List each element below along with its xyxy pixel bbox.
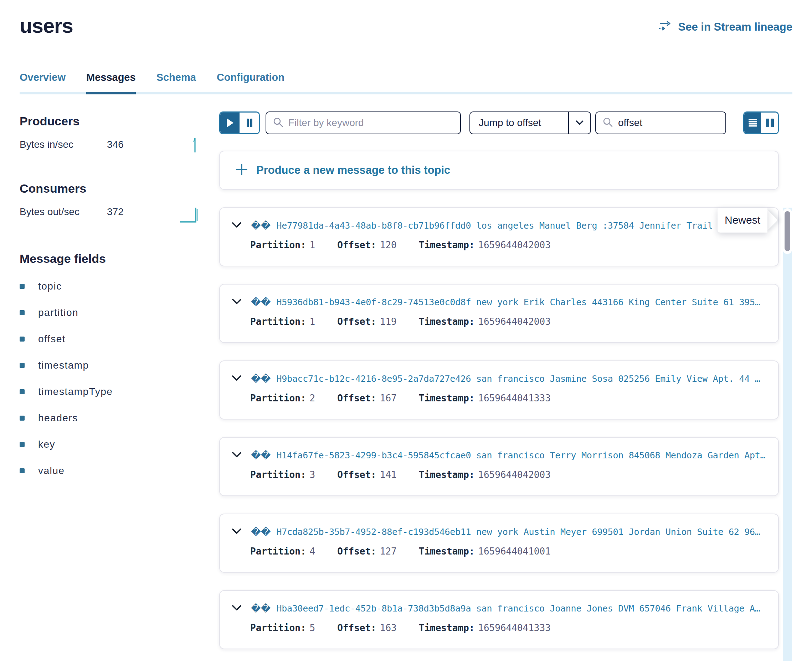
keyword-filter-input[interactable] — [288, 117, 454, 129]
partition-label: Partition: — [250, 623, 306, 633]
jump-to-offset-value: Jump to offset — [470, 117, 568, 129]
pause-button[interactable] — [240, 113, 259, 133]
tab-configuration[interactable]: Configuration — [217, 72, 285, 94]
unknown-char-icon: �� — [251, 297, 271, 308]
offset-label: Offset: — [337, 239, 376, 251]
expand-chevron-icon[interactable] — [232, 375, 242, 383]
timestamp-label: Timestamp: — [419, 546, 475, 557]
partition-label: Partition: — [250, 546, 306, 557]
message-row[interactable]: �� He77981da-4a43-48ab-b8f8-cb71b96ffdd0… — [219, 207, 779, 267]
timestamp-label: Timestamp: — [419, 393, 475, 404]
unknown-char-icon: �� — [251, 220, 271, 231]
message-key: H7cda825b-35b7-4952-88ef-c193d546eb11 ne… — [276, 527, 760, 537]
column-view-button[interactable] — [761, 113, 778, 133]
field-label: value — [38, 465, 64, 476]
bytes-out-value: 372 — [107, 206, 124, 223]
bullet-icon — [19, 468, 25, 473]
offset-value: 119 — [380, 316, 397, 327]
bullet-icon — [19, 284, 25, 289]
field-item-topic[interactable]: topic — [19, 281, 219, 292]
messages-toolbar: Jump to offset — [219, 112, 779, 134]
field-item-offset[interactable]: offset — [19, 333, 219, 345]
field-item-key[interactable]: key — [19, 439, 219, 450]
timestamp-label: Timestamp: — [419, 316, 475, 327]
plus-icon — [235, 163, 248, 177]
scrollbar-track[interactable] — [783, 208, 792, 661]
bytes-in-value: 346 — [107, 139, 124, 156]
expand-chevron-icon[interactable] — [232, 452, 242, 460]
offset-value: 120 — [380, 239, 397, 251]
partition-value: 2 — [310, 393, 316, 404]
live-consume-toggle — [219, 112, 260, 134]
field-item-headers[interactable]: headers — [19, 412, 219, 424]
message-fields-list: topic partition offset timestamp timesta… — [19, 281, 219, 476]
tab-overview[interactable]: Overview — [19, 72, 66, 94]
message-row[interactable]: �� H9bacc71c-b12c-4216-8e95-2a7da727e426… — [219, 361, 779, 420]
field-label: key — [38, 439, 55, 450]
timestamp-label: Timestamp: — [419, 469, 475, 480]
timestamp-value: 1659644041001 — [478, 546, 551, 557]
bullet-icon — [19, 389, 25, 394]
partition-value: 3 — [310, 469, 316, 480]
page-header: users See in Stream lineage — [19, 0, 812, 37]
messages-panel: Jump to offset — [219, 112, 779, 649]
field-item-partition[interactable]: partition — [19, 307, 219, 318]
search-icon — [273, 117, 283, 129]
pause-icon — [246, 118, 253, 128]
tab-schema[interactable]: Schema — [157, 72, 196, 94]
scrollbar-capsule — [783, 208, 792, 254]
produce-button-label: Produce a new message to this topic — [256, 164, 450, 177]
timestamp-label: Timestamp: — [419, 239, 475, 251]
timestamp-value: 1659644041333 — [478, 623, 551, 633]
list-view-button[interactable] — [744, 113, 761, 133]
tab-messages[interactable]: Messages — [86, 72, 136, 94]
offset-value: 167 — [380, 393, 397, 404]
lineage-link-label: See in Stream lineage — [678, 21, 793, 34]
field-label: topic — [38, 281, 62, 292]
message-key: Hba30eed7-1edc-452b-8b1a-738d3b5d8a9a sa… — [276, 603, 760, 614]
message-row[interactable]: �� H14fa67fe-5823-4299-b3c4-595845cfcae0… — [219, 437, 779, 496]
bytes-out-sparkline — [179, 205, 202, 226]
field-item-value[interactable]: value — [19, 465, 219, 476]
message-row[interactable]: �� H5936db81-b943-4e0f-8c29-74513e0c0d8f… — [219, 284, 779, 343]
list-view-icon — [748, 118, 758, 128]
message-row[interactable]: �� Hba30eed7-1edc-452b-8b1a-738d3b5d8a9a… — [219, 590, 779, 649]
scrollbar-thumb[interactable] — [785, 211, 790, 251]
view-mode-toggle — [743, 112, 779, 134]
offset-label: Offset: — [337, 316, 376, 327]
message-key: H14fa67fe-5823-4299-b3c4-595845cfcae0 sa… — [276, 450, 765, 460]
column-view-icon — [766, 118, 774, 128]
newest-tooltip-label: Newest — [718, 208, 767, 233]
message-fields-heading: Message fields — [19, 252, 219, 266]
expand-chevron-icon[interactable] — [232, 299, 242, 306]
producers-metric-row: Bytes in/sec 346 — [19, 139, 219, 156]
produce-message-button[interactable]: Produce a new message to this topic — [219, 151, 779, 190]
field-item-timestamp[interactable]: timestamp — [19, 360, 219, 371]
offset-search-input[interactable] — [618, 117, 719, 129]
field-item-timestampType[interactable]: timestampType — [19, 386, 219, 398]
producers-heading: Producers — [19, 114, 219, 128]
timestamp-value: 1659644041333 — [478, 393, 551, 404]
expand-chevron-icon[interactable] — [232, 222, 242, 230]
partition-label: Partition: — [250, 469, 306, 480]
stream-lineage-link[interactable]: See in Stream lineage — [658, 20, 793, 34]
unknown-char-icon: �� — [251, 526, 271, 537]
partition-value: 1 — [310, 316, 316, 327]
expand-chevron-icon[interactable] — [232, 528, 242, 536]
expand-chevron-icon[interactable] — [232, 605, 242, 613]
message-key: H9bacc71c-b12c-4216-8e95-2a7da727e426 sa… — [276, 374, 760, 384]
partition-label: Partition: — [250, 239, 306, 251]
field-label: offset — [38, 333, 66, 345]
play-button[interactable] — [220, 113, 240, 133]
timestamp-value: 1659644042003 — [478, 316, 551, 327]
select-chevron-cell[interactable] — [568, 112, 590, 134]
offset-value: 163 — [380, 623, 397, 633]
metrics-sidebar: Producers Bytes in/sec 346 Consumers Byt… — [19, 112, 219, 649]
newest-tooltip: Newest — [718, 208, 767, 233]
lineage-arrows-icon — [658, 20, 673, 34]
message-key: H5936db81-b943-4e0f-8c29-74513e0c0d8f ne… — [276, 297, 760, 307]
jump-to-offset-select[interactable]: Jump to offset — [469, 112, 591, 134]
message-row[interactable]: �� H7cda825b-35b7-4952-88ef-c193d546eb11… — [219, 514, 779, 573]
partition-label: Partition: — [250, 393, 306, 404]
message-key: He77981da-4a43-48ab-b8f8-cb71b96ffdd0 lo… — [276, 220, 723, 231]
